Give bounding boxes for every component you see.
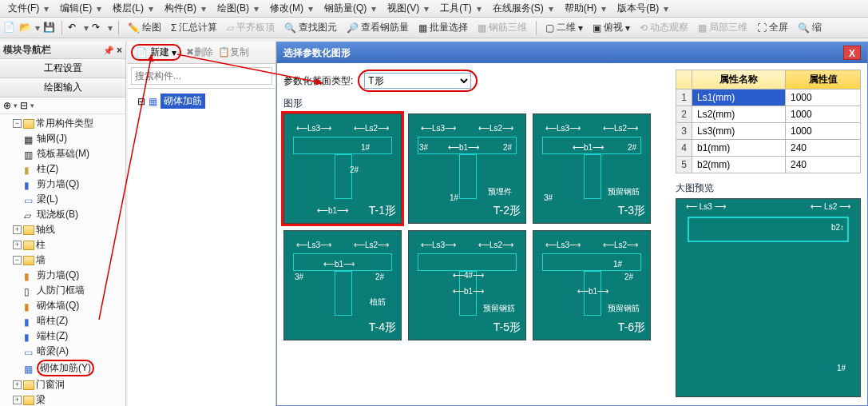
shape-caption: T-2形 [493,204,521,218]
tree-opening[interactable]: 门窗洞 [36,378,65,392]
folder-icon [23,396,34,405]
param-shape-dialog: 选择参数化图形 X 参数化截面类型: T形 图形 ⟵Ls3⟶⟵ [276,42,868,406]
close-button[interactable]: X [843,46,861,60]
property-table: 属性名称属性值 1Ls1(mm)1000 2Ls2(mm)1000 3Ls3(m… [676,70,861,173]
tree-column[interactable]: 柱(Z) [37,162,58,176]
tree-mat[interactable]: 筏板基础(M) [37,147,89,161]
masonry-rebar-icon: ▦ [24,364,35,373]
property-panel: 属性名称属性值 1Ls1(mm)1000 2Ls2(mm)1000 3Ls3(m… [676,70,861,397]
tab-draw-input[interactable]: 绘图输入 [0,78,125,98]
menu-edit[interactable]: 编辑(E)▾ [57,2,105,15]
dialog-title: 选择参数化图形 [283,46,351,60]
tree-slab[interactable]: 现浇板(B) [37,208,78,221]
shape-card-t4[interactable]: ⟵Ls3⟶⟵Ls2⟶ 3#⟵b1⟶2# 植筋 T-4形 [283,230,402,340]
undo-icon[interactable]: ↶ [68,22,81,34]
local3d-button[interactable]: ▦ 局部三维 [695,19,751,36]
qrebar-button[interactable]: 🔎 查看钢筋量 [343,19,412,36]
tree-shear[interactable]: 剪力墙(Q) [37,177,79,191]
tab-project-settings[interactable]: 工程设置 [0,59,125,78]
table-row[interactable]: 4b1(mm)240 [676,140,861,157]
collapse-icon[interactable]: ⊟ [20,100,28,111]
doorframe-icon: ▯ [24,286,35,296]
tree-masonry-rebar[interactable]: 砌体加筋(Y) [37,360,94,376]
menu-file[interactable]: 文件(F)▾ [5,2,52,15]
col-prop-value: 属性值 [786,70,861,90]
list-item-selected[interactable]: 砌体加筋 [161,94,205,109]
tree-expand-icon[interactable]: + [13,241,22,249]
tree-collapse-icon[interactable]: ⊟ [137,96,145,107]
tree-hiddenbeam[interactable]: 暗梁(A) [37,344,69,358]
shape-card-t3[interactable]: ⟵Ls3⟶⟵Ls2⟶ ⟵b1⟶2# 3# 预留钢筋 T-3形 [533,113,651,224]
shape-card-t2[interactable]: ⟵Ls3⟶⟵Ls2⟶ 3#⟵b1⟶2# 1# 预埋件 T-2形 [408,113,526,224]
menu-component[interactable]: 构件(B)▾ [161,2,209,15]
tree-axis-group[interactable]: 轴线 [36,223,55,237]
tree-shear2[interactable]: 剪力墙(Q) [37,269,79,282]
menu-floor[interactable]: 楼层(L)▾ [109,2,157,15]
table-row[interactable]: 2Ls2(mm)1000 [676,106,861,123]
flat-button[interactable]: ▱ 平齐板顶 [224,19,278,36]
open-folder-icon[interactable]: 📂 [19,22,32,34]
tree-endcol[interactable]: 端柱(Z) [37,329,68,343]
menu-online[interactable]: 在线服务(S)▾ [489,2,557,15]
tree-column-group[interactable]: 柱 [36,238,46,252]
menu-tool[interactable]: 工具(T)▾ [437,2,484,15]
sum-button[interactable]: Σ 汇总计算 [168,19,220,36]
tree-collapse-icon[interactable]: − [13,256,22,265]
tree-root[interactable]: 常用构件类型 [36,117,93,130]
shape-section-label: 图形 [283,97,669,110]
endcol-icon: ▮ [24,332,35,341]
tree-wall-group[interactable]: 墙 [36,253,46,267]
menu-draw[interactable]: 绘图(B)▾ [214,2,262,15]
batch-button[interactable]: ▦ 批量选择 [415,19,471,36]
menu-view[interactable]: 视图(V)▾ [384,2,432,15]
tree-doorframe[interactable]: 人防门框墙 [37,284,85,297]
shape-caption: T-6形 [618,320,645,335]
tree-masonry[interactable]: 砌体墙(Q) [37,299,79,312]
menu-modify[interactable]: 修改(M)▾ [267,2,316,15]
beam-icon: ▭ [24,195,35,205]
draw-button[interactable]: ✏️ 绘图 [125,19,164,36]
component-toolbar: 📄新建▾ ✖删除 📋复制 [128,42,275,64]
new-file-icon[interactable]: 📄 [3,22,16,34]
tree-axis[interactable]: 轴网(J) [37,132,67,145]
module-nav-title: 模块导航栏 [3,43,51,57]
tree-collapse-icon[interactable]: − [13,119,22,128]
fullscreen-button[interactable]: ⛶ 全屏 [754,19,791,36]
menu-rebar[interactable]: 钢筋量(Q)▾ [321,2,379,15]
topview-button[interactable]: ▣ 俯视▾ [589,19,633,36]
preview-label: 大图预览 [676,181,861,195]
new-button[interactable]: 📄新建▾ [131,44,181,61]
tree-expand-icon[interactable]: + [13,396,22,404]
menu-version[interactable]: 版本号(B)▾ [614,2,672,15]
redo-icon[interactable]: ↷ [92,22,105,34]
tree-hiddencol[interactable]: 暗柱(Z) [37,314,68,328]
pin-icon[interactable]: 📌 [103,46,114,55]
zoom-button[interactable]: 🔍 缩 [795,19,825,36]
table-row[interactable]: 1Ls1(mm)1000 [676,90,861,106]
column-icon: ▮ [24,165,35,174]
shape-card-t5[interactable]: ⟵Ls3⟶⟵Ls2⟶ ⟵4#⟶ ⟵b1⟶ 预留钢筋 T-5形 [408,230,526,340]
tree-mini-toolbar: ⊕▾ ⊟▾ [0,98,125,114]
dynview-button[interactable]: ⟲ 动态观察 [636,19,692,36]
shape-card-t6[interactable]: ⟵Ls3⟶⟵Ls2⟶ 1# ⟵b1⟶2# 预留钢筋 T-6形 [533,230,651,340]
rebar3d-button[interactable]: ▦ 钢筋三维 [474,19,530,36]
shearwall-icon: ▮ [24,271,35,281]
expand-icon[interactable]: ⊕ [3,100,11,111]
menu-help[interactable]: 帮助(H)▾ [561,2,610,15]
save-icon[interactable]: 💾 [43,22,56,34]
section-type-select[interactable]: T形 [364,73,471,89]
table-row[interactable]: 5b2(mm)240 [676,157,861,173]
2d-button[interactable]: ▢ 二维▾ [542,19,586,36]
search-input[interactable] [131,67,272,85]
tree-beam[interactable]: 梁(L) [37,193,58,206]
copy-button[interactable]: 📋复制 [218,46,249,59]
tree-beam-group[interactable]: 梁 [36,393,46,406]
shape-card-t1[interactable]: ⟵Ls3⟶⟵Ls2⟶ 1#2# ⟵b1⟶ T-1形 [283,113,402,224]
folder-icon [23,256,34,265]
find-button[interactable]: 🔍 查找图元 [281,19,340,36]
tree-expand-icon[interactable]: + [13,225,22,234]
close-panel-icon[interactable]: × [117,45,122,56]
delete-button[interactable]: ✖删除 [186,46,213,59]
tree-expand-icon[interactable]: + [13,380,22,389]
table-row[interactable]: 3Ls3(mm)1000 [676,123,861,140]
